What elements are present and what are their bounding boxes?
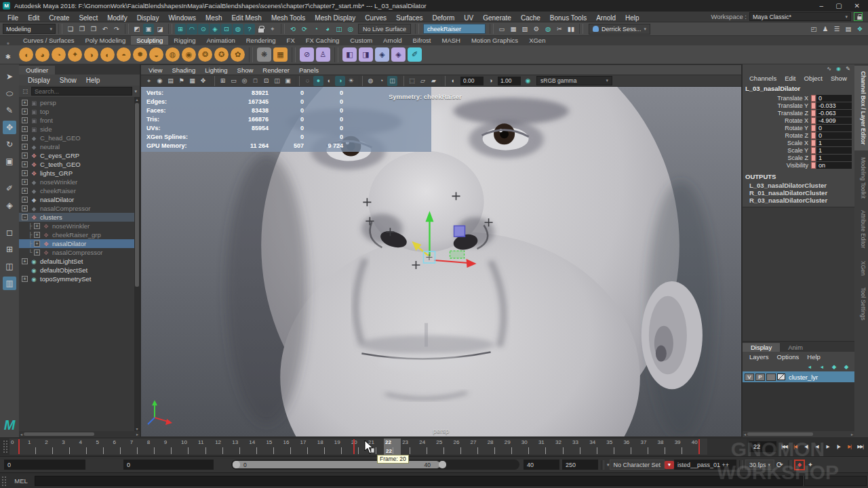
layer-tab-anim[interactable]: Anim — [780, 343, 811, 352]
frame-cell[interactable]: 11 — [197, 439, 214, 455]
shaded-icon[interactable]: ● — [313, 76, 323, 86]
camera-select-icon[interactable]: ⌖ — [144, 76, 154, 86]
channel-value-field[interactable]: on — [816, 162, 852, 169]
viewport-menu-item[interactable]: Show — [233, 66, 258, 74]
menu-item[interactable]: Select — [74, 14, 102, 22]
menu-item[interactable]: Create — [44, 14, 74, 22]
shelf-tab-motion-graphics[interactable]: Motion Graphics — [466, 36, 524, 45]
go-to-end-button[interactable]: ▶▶| — [855, 441, 865, 453]
view-transform-dropdown[interactable]: sRGB gamma ▾ — [536, 76, 612, 85]
outliner-item[interactable]: ├+✥noseWrinkler — [19, 222, 140, 230]
menu-item[interactable]: Mesh — [201, 14, 226, 22]
channel-value-field[interactable]: 1 — [816, 147, 852, 154]
lasso-tool-icon[interactable]: ⬭ — [3, 87, 16, 100]
channel-value-field[interactable]: 0 — [816, 125, 852, 131]
image-plane-icon[interactable]: ▦ — [187, 76, 197, 86]
frame-cell[interactable]: 2222 — [384, 439, 401, 455]
close-button[interactable]: ✕ — [854, 2, 860, 9]
expand-toggle-icon[interactable]: + — [22, 170, 28, 176]
playback-loop-icon[interactable]: ⟳ — [774, 460, 785, 470]
shelf-tab-custom[interactable]: Custom — [344, 36, 378, 45]
channel-value-field[interactable]: 0 — [816, 132, 852, 139]
gamma-field[interactable]: 1.00 — [498, 77, 521, 85]
outliner-item[interactable]: +▣top — [19, 107, 140, 116]
animation-end-field[interactable]: 250 — [562, 460, 598, 470]
frame-cell[interactable]: 1 — [26, 439, 43, 455]
frame-cell[interactable]: 36 — [622, 439, 639, 455]
motion-diamond-tool-1[interactable]: ◈ — [375, 47, 389, 62]
expand-toggle-icon[interactable]: + — [22, 205, 28, 211]
layout-outliner-persp-icon[interactable]: ▥ — [3, 277, 16, 290]
menu-item[interactable]: Bonus Tools — [545, 14, 591, 22]
paint-select-tool-icon[interactable]: ✎ — [3, 104, 16, 117]
sculpt-tool-9[interactable]: ◒ — [149, 47, 163, 62]
frame-cell[interactable]: 28 — [486, 439, 503, 455]
frame-ruler[interactable]: 0123456789101112131415161718192021222223… — [9, 439, 747, 455]
character-controls-icon[interactable]: ♟ — [820, 24, 831, 35]
menu-item[interactable]: Display — [132, 14, 164, 22]
frame-cell[interactable]: 12 — [214, 439, 231, 455]
layer-horizontal-scrollbar[interactable]: ◂▸ — [743, 431, 854, 437]
outliner-item[interactable]: ├+✥nasalDilator — [19, 239, 140, 248]
menu-item[interactable]: Surfaces — [391, 14, 427, 22]
shelf-config-icon[interactable]: ✱ — [3, 51, 14, 62]
side-tab-xgen[interactable]: XGen — [854, 256, 868, 281]
expand-toggle-icon[interactable]: + — [22, 144, 28, 150]
menu-item[interactable]: File — [3, 14, 23, 22]
outliner-item[interactable]: ├+✥cheekRaiser_grp — [19, 230, 140, 239]
sculpt-tool-10[interactable]: ◍ — [165, 47, 180, 62]
frame-cell[interactable]: 7 — [129, 439, 146, 455]
xray-joints-icon[interactable]: ▰ — [429, 76, 439, 86]
camera-attrs-icon[interactable]: ▤ — [165, 76, 176, 86]
layer-from-selected-icon[interactable]: ◆ — [842, 363, 850, 371]
play-backwards-button[interactable]: ◀ — [812, 441, 822, 453]
frame-cell[interactable]: 24 — [418, 439, 435, 455]
expand-toggle-icon[interactable]: + — [22, 117, 28, 123]
layer-color-swatch[interactable] — [777, 373, 785, 380]
channel-value-field[interactable]: 1 — [816, 140, 852, 146]
menu-set-dropdown[interactable]: Modeling▾ — [3, 24, 56, 34]
outliner-search-input[interactable] — [31, 87, 132, 96]
outliner-vertical-scrollbar[interactable]: ▴▾ — [134, 97, 140, 431]
frame-cell[interactable]: 2 — [43, 439, 60, 455]
expand-toggle-icon[interactable]: + — [22, 108, 28, 115]
frame-cell[interactable]: 6 — [112, 439, 129, 455]
channel-edit-icon[interactable]: ✎ — [844, 65, 852, 73]
toggle-channel-box-icon[interactable]: ☰ — [831, 24, 842, 35]
filter-icon[interactable]: ⬚ — [22, 87, 29, 95]
expand-toggle-icon[interactable]: − — [22, 214, 28, 220]
motion-card-tool-1[interactable]: ◧ — [342, 47, 357, 62]
sculpt-tool-3[interactable]: ◔ — [52, 47, 66, 62]
outliner-item[interactable]: +◆nasalDilator — [19, 195, 140, 204]
expand-toggle-icon[interactable]: + — [22, 179, 28, 185]
safe-action-icon[interactable]: ◫ — [272, 76, 282, 86]
frame-cell[interactable]: 38 — [656, 439, 673, 455]
maximize-button[interactable]: ▢ — [835, 2, 842, 9]
frame-cell[interactable]: 39 — [673, 439, 690, 455]
move-tool-icon[interactable]: ✥ — [3, 121, 16, 134]
mash-circle-tool[interactable]: ⊘ — [300, 47, 314, 62]
shelf-tab-arnold[interactable]: Arnold — [378, 36, 407, 45]
channel-row[interactable]: Visibilityon — [743, 161, 854, 169]
layer-tab-display[interactable]: Display — [743, 343, 780, 352]
channel-value-field[interactable]: -0.063 — [816, 110, 852, 117]
sculpt-tool-2[interactable]: ◕ — [35, 47, 50, 62]
paint-brush-tool[interactable]: ✐ — [408, 47, 422, 62]
outliner-item[interactable]: +◆noseWrinkler — [19, 178, 140, 186]
outliner-item[interactable]: +▣side — [19, 125, 140, 134]
frame-cell[interactable]: 21 — [367, 439, 384, 455]
pause-viewport-icon[interactable]: ▮▮ — [566, 24, 576, 35]
range-start-handle[interactable] — [233, 461, 240, 468]
textured-icon[interactable]: ◐ — [324, 76, 334, 86]
viewport-menu-item[interactable]: Renderer — [258, 66, 294, 74]
outliner-item[interactable]: +◆C_head_GEO — [19, 134, 140, 142]
outliner-item[interactable]: +◉defaultLightSet — [19, 257, 140, 266]
frame-cell[interactable]: 9 — [163, 439, 180, 455]
frame-cell[interactable]: 19 — [333, 439, 350, 455]
xray-icon[interactable]: ▱ — [418, 76, 428, 86]
layer-row[interactable]: V P cluster_lyr — [743, 371, 854, 382]
sculpt-tool-4[interactable]: ✦ — [68, 47, 82, 62]
animation-preferences-icon[interactable]: ✦ — [805, 460, 816, 470]
frame-cell[interactable]: 3 — [60, 439, 77, 455]
shelf-tab-bifrost[interactable]: Bifrost — [408, 36, 437, 45]
